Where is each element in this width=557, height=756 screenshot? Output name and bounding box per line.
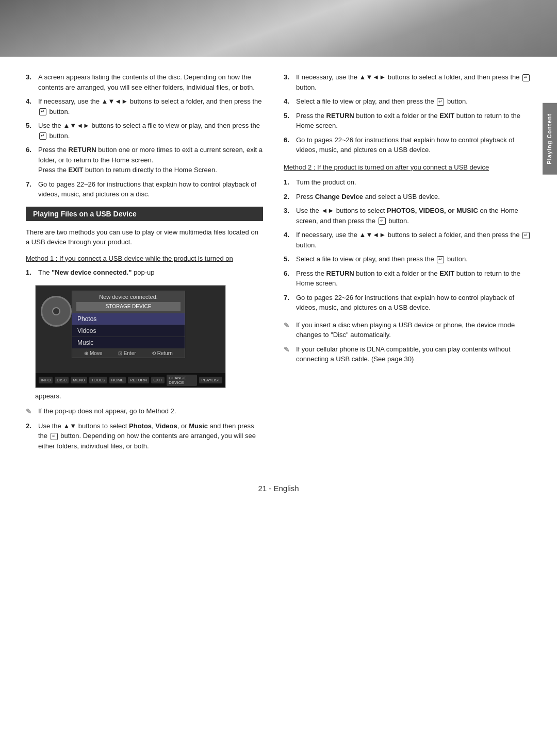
item-number: 5.	[284, 111, 294, 131]
enter-button-icon	[379, 217, 386, 225]
bottom-btn-5: HOME	[109, 377, 126, 383]
item-number: 3.	[284, 72, 294, 92]
method1-list: 1. The "New device connected." pop-up	[26, 267, 263, 278]
item-number: 4.	[26, 96, 36, 116]
item-number: 6.	[284, 135, 294, 155]
item-number: 2.	[26, 421, 36, 451]
item-text: Use the ▲▼ buttons to select Photos, Vid…	[38, 421, 263, 451]
item-number: 4.	[284, 96, 294, 107]
list-item: 7. Go to pages 22~26 for instructions th…	[284, 293, 531, 313]
list-item: 3. A screen appears listing the contents…	[26, 72, 263, 92]
item-number: 3.	[26, 72, 36, 92]
bottom-btn-9: PLAYLIST	[199, 377, 222, 383]
bottom-btn-1: INFO	[39, 377, 53, 383]
note-item-usb: ✎ If you insert a disc when playing a US…	[284, 320, 531, 340]
method1-item2-list: 2. Use the ▲▼ buttons to select Photos, …	[26, 421, 263, 451]
item-number: 7.	[26, 179, 36, 199]
item-text: Select a file to view or play, and then …	[296, 96, 531, 107]
item-number: 1.	[284, 177, 294, 188]
item-text: The "New device connected." pop-up	[38, 267, 263, 278]
enter-button-icon	[39, 132, 46, 140]
left-column: 3. A screen appears listing the contents…	[26, 72, 278, 458]
footer-move: ⊕ Move	[84, 350, 102, 356]
footer-enter: ⊡ Enter	[118, 350, 136, 356]
screenshot-box: New device connected. STORAGE DEVICE Pho…	[35, 285, 226, 388]
enter-button-icon	[51, 433, 58, 440]
item-number: 7.	[284, 293, 294, 313]
item-text: Use the ▲▼◄► buttons to select a file to…	[38, 121, 263, 141]
method1-heading: Method 1 : If you connect a USB device w…	[26, 254, 263, 264]
list-item: 2. Press Change Device and select a USB …	[284, 192, 531, 202]
item-text: If necessary, use the ▲▼◄► buttons to se…	[296, 72, 531, 92]
method2-heading: Method 2 : If the product is turned on a…	[284, 162, 531, 173]
screenshot-inner: New device connected. STORAGE DEVICE Pho…	[36, 285, 225, 388]
item-text: Go to pages 22~26 for instructions that …	[296, 293, 531, 313]
section-heading: Playing Files on a USB Device	[26, 207, 263, 221]
item-number: 5.	[284, 254, 294, 264]
enter-button-icon	[437, 256, 444, 263]
list-item: 1. Turn the product on.	[284, 177, 531, 188]
item-number: 6.	[284, 268, 294, 289]
list-item: 4. Select a file to view or play, and th…	[284, 96, 531, 107]
list-item: 5. Select a file to view or play, and th…	[284, 254, 531, 264]
bottom-bar: INFO DISC MENU TOOLS HOME RETURN EXIT CH…	[36, 373, 225, 388]
item-text: Press the RETURN button to exit a folder…	[296, 111, 531, 131]
popup-menu: New device connected. STORAGE DEVICE Pho…	[72, 291, 185, 358]
right-column: 3. If necessary, use the ▲▼◄► buttons to…	[278, 72, 531, 458]
item-number: 5.	[26, 121, 36, 141]
popup-subtitle: STORAGE DEVICE	[76, 302, 181, 311]
item-text: Turn the product on.	[296, 177, 531, 188]
item-number: 2.	[284, 192, 294, 202]
disc-steps-list: 3. A screen appears listing the contents…	[26, 72, 263, 199]
disc-icon	[41, 296, 72, 327]
note-icon: ✎	[26, 406, 36, 417]
list-item: 5. Use the ▲▼◄► buttons to select a file…	[26, 121, 263, 141]
item-text: Press the RETURN button one or more time…	[38, 145, 263, 175]
header-banner	[0, 0, 557, 57]
footer-return: ⟲ Return	[152, 350, 173, 356]
list-item: 5. Press the RETURN button to exit a fol…	[284, 111, 531, 131]
item-text: A screen appears listing the contents of…	[38, 72, 263, 92]
bottom-btn-4: TOOLS	[89, 377, 107, 383]
enter-button-icon	[522, 232, 530, 239]
main-content: 3. A screen appears listing the contents…	[0, 57, 557, 474]
right-top-list: 3. If necessary, use the ▲▼◄► buttons to…	[284, 72, 531, 155]
item-text: If necessary, use the ▲▼◄► buttons to se…	[296, 230, 531, 250]
item-text: Select a file to view or play, and then …	[296, 254, 531, 264]
item-text: Press Change Device and select a USB dev…	[296, 192, 531, 202]
bottom-btn-6: RETURN	[128, 377, 149, 383]
section-description: There are two methods you can use to pla…	[26, 227, 263, 247]
item-text: Use the ◄► buttons to select PHOTOS, VID…	[296, 206, 531, 226]
item-number: 6.	[26, 145, 36, 175]
item-text: If necessary, use the ▲▼◄► buttons to se…	[38, 96, 263, 116]
list-item: 6. Go to pages 22~26 for instructions th…	[284, 135, 531, 155]
list-item: 4. If necessary, use the ▲▼◄► buttons to…	[26, 96, 263, 116]
list-item: 7. Go to pages 22~26 for instructions th…	[26, 179, 263, 199]
bottom-btn-2: DISC	[55, 377, 69, 383]
note-text: If your cellular phone is DLNA compatibl…	[296, 344, 531, 364]
note-text: If the pop-up does not appear, go to Met…	[38, 406, 176, 417]
item-text: Press the RETURN button to exit a folder…	[296, 268, 531, 289]
list-item: 3. If necessary, use the ▲▼◄► buttons to…	[284, 72, 531, 92]
bottom-btn-8: CHANGE DEVICE	[167, 375, 197, 386]
method2-list: 1. Turn the product on. 2. Press Change …	[284, 177, 531, 313]
item-text: Go to pages 22~26 for instructions that …	[38, 179, 263, 199]
note-text: If you insert a disc when playing a USB …	[296, 320, 531, 340]
bottom-btn-7: EXIT	[151, 377, 165, 383]
list-item: 6. Press the RETURN button one or more t…	[26, 145, 263, 175]
list-item: 6. Press the RETURN button to exit a fol…	[284, 268, 531, 289]
popup-item-photos: Photos	[72, 313, 185, 325]
item-number: 3.	[284, 206, 294, 226]
note-item-1: ✎ If the pop-up does not appear, go to M…	[26, 406, 263, 417]
item-number: 4.	[284, 230, 294, 250]
enter-button-icon	[522, 74, 530, 81]
popup-footer: ⊕ Move ⊡ Enter ⟲ Return	[72, 349, 185, 358]
item-number: 1.	[26, 267, 36, 278]
note-item-dlna: ✎ If your cellular phone is DLNA compati…	[284, 344, 531, 364]
enter-button-icon	[437, 98, 444, 106]
page-number: 21 - English	[0, 474, 557, 498]
list-item: 4. If necessary, use the ▲▼◄► buttons to…	[284, 230, 531, 250]
popup-item-videos: Videos	[72, 325, 185, 337]
popup-item-music: Music	[72, 337, 185, 349]
list-item: 2. Use the ▲▼ buttons to select Photos, …	[26, 421, 263, 451]
